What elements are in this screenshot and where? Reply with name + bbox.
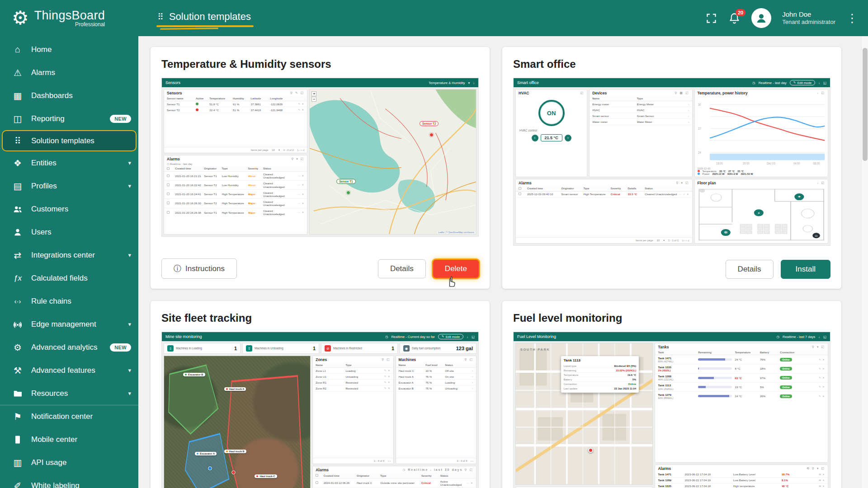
notifications-button[interactable]: 20 — [728, 12, 741, 24]
panel-icons: ⚲ ◱ — [464, 358, 473, 361]
chevron-down-icon: ▾ — [468, 81, 470, 85]
edge-icon — [13, 319, 23, 329]
sidebar-item-mobile-center[interactable]: Mobile center — [0, 428, 138, 451]
svg-text:✦: ✦ — [797, 195, 801, 199]
sidebar: ⌂Home ⚠Alarms ▦Dashboards ◫ReportingNEW … — [0, 36, 138, 488]
row-actions: ✉ ✕ — [802, 485, 825, 488]
device-row: Smart sensorSmart Sensor› — [590, 113, 692, 119]
sidebar-item-reporting[interactable]: ◫ReportingNEW — [0, 107, 138, 130]
sidebar-item-api-usage[interactable]: ▥API usage — [0, 451, 138, 474]
restricted-icon: ⊘ — [325, 345, 331, 352]
scrollbar[interactable] — [861, 36, 868, 488]
sidebar-item-edge-management[interactable]: Edge management▾ — [0, 313, 138, 336]
severity-badge: Major — [248, 202, 263, 205]
table-row: Sensor T151.8 °C61 %37.3861-122.0839✎ ✕ — [164, 101, 307, 107]
sidebar-item-rule-chains[interactable]: ‹·›Rule chains — [0, 290, 138, 313]
stat-machines-loading: ⇩Machines in Loading1 — [164, 343, 241, 354]
machine-row: Haul truck C10 %Off-site› — [396, 368, 476, 374]
avatar[interactable] — [751, 8, 771, 28]
line-chart: 302724 16:0020:00Dec 0304:0008:00 — [695, 96, 828, 167]
sidebar-item-users[interactable]: Users — [0, 221, 138, 244]
devices-panel: Devices⚲ ▦ ◱ NameType Energy meterEnergy… — [589, 89, 692, 177]
zone-row: Zone R1Restricted✎ ✕ — [313, 380, 393, 385]
device-row: Energy meterEnergy Meter› — [590, 101, 692, 107]
tank-popup: Tank 1113 Liquid typeBiodiesel B5 (5%) R… — [561, 356, 639, 393]
details-button[interactable]: Details — [378, 259, 426, 278]
preview-site-fleet-tracking[interactable]: Mine site monitoring ◷Realtime - Current… — [161, 332, 479, 488]
sidebar-item-entities[interactable]: ❖Entities▾ — [0, 151, 138, 174]
preview-toolbar: Fuel Level Monitoring ◷Realtime - last 7… — [514, 332, 830, 341]
sidebar-item-profiles[interactable]: ▤Profiles▾ — [0, 174, 138, 197]
severity-badge: Minor — [248, 174, 263, 178]
solution-card-smart-office: Smart office Smart office ◷Realtime - la… — [502, 47, 841, 289]
connection-badge: Online — [780, 358, 792, 361]
page-title-text: Solution templates — [169, 11, 251, 23]
map-marker: Haul truck C — [255, 474, 277, 478]
panel-icons: ⚲ ▾ ◱ — [812, 345, 825, 349]
more-menu-button[interactable]: ⋮ — [846, 11, 858, 25]
solution-templates-icon: ⠿ — [12, 136, 24, 146]
chevron-down-icon: ▾ — [663, 239, 665, 242]
loading-icon: ⇩ — [167, 345, 174, 352]
expand-icon: ◱ — [823, 335, 826, 339]
info-icon: ⓘ — [174, 263, 181, 274]
preview-toolbar: Mine site monitoring ◷Realtime - Current… — [162, 332, 478, 341]
clock-icon: ◷ — [776, 335, 779, 339]
sidebar-item-home[interactable]: ⌂Home — [0, 38, 138, 61]
zone-row: Zone R2Restricted✎ ✕ — [313, 385, 393, 391]
machine-row: Excavator B75 %Unloading› — [396, 385, 476, 391]
map-area-label: SOUTH PARK — [520, 348, 550, 351]
alarm-row: 2021-01-20 16:26:38Sensor T1High Tempera… — [164, 208, 307, 217]
sidebar-item-solution-templates[interactable]: ⠿Solution templates — [2, 130, 137, 151]
sidebar-item-alarms[interactable]: ⚠Alarms — [0, 61, 138, 84]
svg-text:24: 24 — [698, 151, 701, 154]
preview-smart-office[interactable]: Smart office ◷Realtime - last day✎Edit m… — [513, 78, 830, 246]
card-title: Temperature & Humidity sensors — [161, 58, 479, 70]
alarm-row: Tank 14712023-06-22 17:04:19Low Battery … — [655, 472, 828, 478]
install-button[interactable]: Install — [781, 260, 830, 279]
connection-badge: Online — [780, 385, 792, 389]
unloading-icon: ⇧ — [246, 345, 252, 352]
pencil-icon: ✎ — [442, 335, 444, 338]
preview-temperature-humidity[interactable]: Sensors Temperature & Humidity▾↓ Sensors… — [161, 78, 479, 237]
top-bar: ⚙ ThingsBoard Professional ⠿ Solution te… — [0, 0, 868, 36]
sidebar-item-white-labeling[interactable]: ✐White labeling — [0, 474, 138, 488]
machine-dot — [231, 470, 236, 474]
inactive-dot — [196, 108, 198, 111]
sidebar-item-advanced-features[interactable]: ⚒Advanced features▾ — [0, 359, 138, 382]
sidebar-item-customers[interactable]: Customers — [0, 197, 138, 221]
chevron-right-icon: › — [681, 114, 689, 117]
user-menu[interactable]: John Doe Tenant administrator — [782, 10, 835, 26]
preview-toolbar: Smart office ◷Realtime - last day✎Edit m… — [514, 78, 830, 87]
machines-panel: Machines⚲ ◱ NameFuel levelStatus Haul tr… — [396, 356, 476, 464]
connection-badge: Online — [780, 376, 792, 380]
preview-fuel-level-monitoring[interactable]: Fuel Level Monitoring ◷Realtime - last 7… — [513, 332, 830, 488]
stat-daily-fuel: ◉Daily fuel consumption123 gal — [400, 343, 476, 354]
sidebar-item-dashboards[interactable]: ▦Dashboards — [0, 84, 138, 107]
fullscreen-button[interactable] — [705, 12, 717, 24]
zone-row: Zone U1Unloading✎ ✕ — [313, 374, 393, 380]
instructions-button[interactable]: ⓘInstructions — [161, 258, 237, 279]
map-zoom-control[interactable]: +− — [311, 91, 316, 102]
app-logo[interactable]: ⚙ ThingsBoard Professional — [0, 9, 138, 28]
sidebar-item-integrations-center[interactable]: ⇄Integrations center▾ — [0, 244, 138, 267]
map-marker-sensor-t1: Sensor T1 — [336, 179, 355, 184]
sidebar-item-advanced-analytics[interactable]: ⚙Advanced analyticsNEW — [0, 336, 138, 359]
chart-legend: 2025-12-03 Temperature33 °C27 °C35 °C Po… — [695, 167, 828, 177]
severity-badge: Critical — [611, 192, 628, 196]
floor-plan-graphic: ⚡ ✻ ✦ ⊙ — [695, 186, 828, 243]
svg-text:⊙: ⊙ — [815, 235, 818, 238]
main-content: Temperature & Humidity sensors Sensors T… — [138, 36, 868, 488]
delete-button[interactable]: Delete — [433, 260, 479, 278]
edit-mode-pill: ✎Edit mode — [438, 334, 463, 339]
chevron-down-icon: ▾ — [128, 252, 131, 258]
svg-text:30: 30 — [698, 103, 701, 106]
scrollbar-thumb[interactable] — [863, 48, 868, 161]
integrations-icon: ⇄ — [12, 250, 24, 261]
panel-icons: ↓ ◱ — [817, 181, 825, 185]
alarms-panel: Alarms⟲ ⚲ ▾ ◱ Tank 14712023-06-22 17:04:… — [655, 465, 828, 488]
sidebar-item-calculated-fields[interactable]: ƒxCalculated fields — [0, 267, 138, 290]
sidebar-item-notification-center[interactable]: ⚑Notification center — [0, 405, 138, 428]
sidebar-item-resources[interactable]: Resources▾ — [0, 382, 138, 405]
details-button[interactable]: Details — [726, 260, 774, 279]
